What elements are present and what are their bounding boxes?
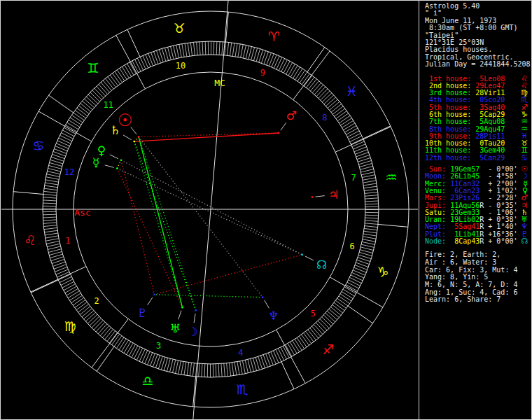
header-line: Julian Day = 2441844.5208	[425, 61, 530, 68]
house-number: 7	[351, 173, 356, 183]
planet-glyph-icon: ♆	[268, 309, 279, 323]
planet-position-dot	[116, 167, 118, 169]
zodiac-sign-icon: ♐	[322, 342, 334, 357]
element-summary: Fire: 2, Earth: 2,Air : 6, Water: 3Car: …	[425, 251, 530, 304]
house-number: 12	[64, 167, 74, 177]
ascendant-label: Asc	[74, 207, 90, 218]
planet-position-list: Sun: 19Gem57 - 0°00'☉Moon: 26Lib45 - 4°5…	[425, 166, 530, 245]
zodiac-sign-icon: ♊	[88, 60, 99, 76]
house-value: 5Can29	[475, 154, 505, 162]
zodiac-sign-icon: ♉	[174, 20, 186, 36]
planet-position-dot	[153, 293, 155, 295]
planet-glyph-icon: ☊	[521, 237, 528, 245]
header-line: 8:30am (ST +8:00 GMT)	[425, 24, 530, 31]
zodiac-sign-icon: ♈	[268, 29, 280, 44]
house-number: 1	[65, 236, 70, 246]
planet-glyph-icon: ☿	[92, 155, 99, 169]
house-number: 8	[322, 113, 327, 122]
house-number: 2	[94, 296, 99, 306]
chart-axes	[1, 1, 418, 419]
zodiac-sign-icon: ♏	[236, 382, 248, 397]
zodiac-sign-icon: ♎	[141, 373, 153, 388]
planet-position-dot	[195, 309, 197, 312]
zodiac-sign-icon: ♒	[386, 169, 398, 185]
planet-glyph-icon: ☽	[188, 325, 198, 339]
house-number: 11	[103, 100, 113, 110]
zodiac-sign-icon: ♌	[24, 232, 36, 248]
element-line: Learn: 6, Share: 7	[425, 296, 530, 304]
house-cusp-list: 1st house: 5Leo08♌ 2nd house: 29Leo47♌ 3…	[425, 76, 530, 162]
house-label: 12th house:	[425, 154, 475, 162]
house-row: 12th house: 5Can29♋	[425, 155, 530, 162]
house-number: 4	[238, 348, 243, 358]
planet-glyph-icon: ♃	[328, 188, 339, 202]
zodiac-sign-icon: ♋	[32, 138, 44, 153]
astrolog-window: ♈♉♊♋♌♍♎♏♐♑♒♓123456789101112☉☽☿♀♂♃♄♅♆♇☊As…	[0, 0, 532, 420]
planet-glyph-icon: ♀	[97, 144, 106, 158]
zodiac-sign-icon: ♓	[346, 83, 358, 99]
planet-glyph-icon: ♄	[110, 123, 120, 137]
house-number: 5	[311, 309, 316, 318]
house-number: 9	[260, 68, 265, 78]
chart-wheel: ♈♉♊♋♌♍♎♏♐♑♒♓123456789101112☉☽☿♀♂♃♄♅♆♇☊As…	[1, 1, 419, 419]
planet-position-dot	[138, 136, 140, 138]
midheaven-label: MC	[214, 78, 225, 88]
planet-glyph-icon: ☊	[316, 258, 327, 272]
house-number: 6	[349, 241, 354, 251]
planet-position-dot	[120, 159, 122, 161]
planet-glyph-icon: ♇	[137, 306, 148, 320]
planet-position-dot	[181, 307, 183, 309]
planet-position-dot	[278, 132, 280, 134]
planet-glyph-icon: ♅	[170, 321, 181, 335]
planet-glyphs: ☉☽☿♀♂♃♄♅♆♇☊	[92, 108, 340, 339]
planet-glyph-icon: ♂	[286, 108, 297, 122]
zodiac-sign-icon: ♑	[377, 264, 388, 279]
zodiac-sign-icon: ♍	[64, 318, 76, 334]
house-sign-icon: ♋	[521, 154, 528, 162]
planet-position-dot	[133, 141, 135, 143]
planet-position-dot	[312, 196, 314, 198]
planet-value: 8Cap43	[450, 237, 479, 245]
house-number: 3	[156, 341, 161, 351]
chart-header: Astrolog 5.40" i"Mon June 11, 1973 8:30a…	[425, 3, 530, 69]
house-number: 10	[176, 61, 186, 71]
planet-motion: + 0°00'	[484, 237, 517, 245]
planet-position-dot	[301, 254, 303, 256]
panel-divider	[419, 1, 419, 419]
planet-position-dot	[262, 296, 264, 298]
planet-row: Node: 8Cap43R + 0°00'☊	[425, 238, 530, 245]
info-panel: Astrolog 5.40" i"Mon June 11, 1973 8:30a…	[425, 3, 530, 304]
planet-label: Node:	[425, 237, 450, 245]
